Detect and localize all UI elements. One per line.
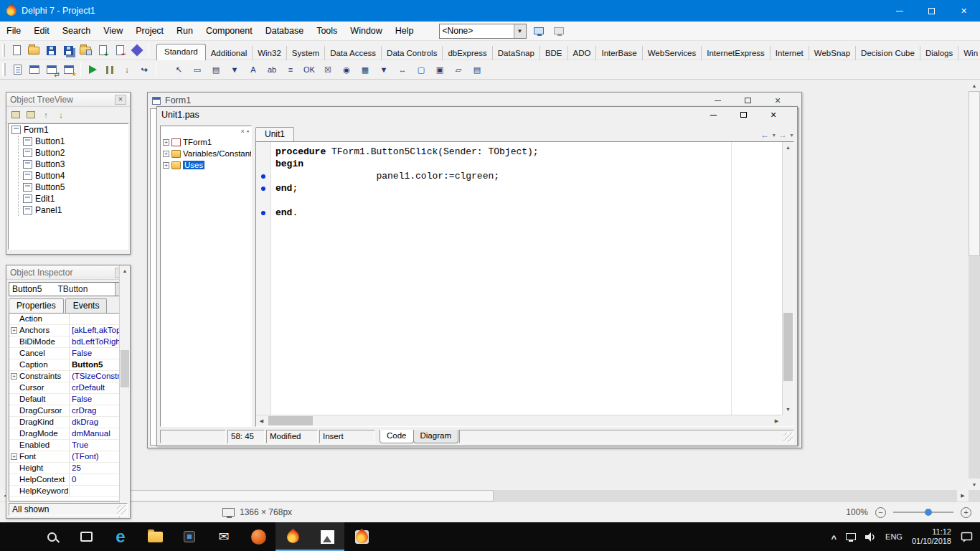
resize-grip[interactable] <box>117 505 126 514</box>
scroll-right-icon[interactable]: ▶ <box>957 490 969 501</box>
scrollbar-thumb[interactable] <box>969 91 980 256</box>
explorer-item-tform1[interactable]: +TForm1 <box>161 136 251 148</box>
inspector-tab-events[interactable]: Events <box>65 298 108 313</box>
clock[interactable]: 11:12 01/10/2018 <box>912 527 951 546</box>
property-row-cursor[interactable]: CursorcrDefault <box>9 382 127 394</box>
toolbar-grip[interactable] <box>2 63 6 76</box>
code-line-2[interactable]: begin <box>256 158 782 170</box>
toggle-form-unit-button[interactable] <box>43 62 60 78</box>
component-radio-group[interactable]: ▣ <box>430 61 449 78</box>
property-value[interactable]: dmManual <box>70 428 127 439</box>
chevron-down-icon[interactable]: ▼ <box>789 133 794 138</box>
taskbar-photos-button[interactable] <box>310 522 344 551</box>
property-row-dragkind[interactable]: DragKinddkDrag <box>9 417 127 428</box>
tree-item-button2[interactable]: Button2 <box>9 147 128 159</box>
property-value[interactable]: crDefault <box>70 382 127 393</box>
minimize-button[interactable] <box>698 108 728 122</box>
taskbar-mail-button[interactable]: ✉ <box>207 522 241 551</box>
scrollbar-thumb[interactable] <box>121 350 129 387</box>
menu-item-component[interactable]: Component <box>199 23 259 39</box>
workspace-horizontal-scrollbar[interactable]: ◀ ▶ <box>0 490 969 501</box>
zoom-out-button[interactable]: − <box>875 507 886 518</box>
inspector-tab-properties[interactable]: Properties <box>9 298 64 313</box>
code-line-4[interactable]: end; <box>256 182 782 194</box>
palette-tab-standard[interactable]: Standard <box>156 44 206 60</box>
move-down-button[interactable]: ↓ <box>55 109 67 121</box>
expand-icon[interactable]: + <box>11 453 17 460</box>
explorer-item-variables-constants[interactable]: +Variables/Constants <box>161 148 251 159</box>
object-selector-combo[interactable]: Button5 TButton ▼ <box>9 282 128 296</box>
zoom-slider-thumb[interactable] <box>925 509 932 516</box>
browse-forward-icon[interactable]: → <box>777 130 788 140</box>
property-row-helpcontext[interactable]: HelpContext0 <box>9 474 127 486</box>
taskbar-task-view-button[interactable] <box>69 522 103 551</box>
toolbar-grip[interactable] <box>2 44 5 57</box>
palette-tab-dbexpress[interactable]: dbExpress <box>443 46 492 60</box>
property-row-enabled[interactable]: EnabledTrue <box>9 440 127 451</box>
property-value[interactable] <box>70 314 127 324</box>
editor-titlebar[interactable]: Unit1.pas × <box>157 107 797 123</box>
component-label[interactable]: A <box>244 61 263 78</box>
pause-button[interactable] <box>101 62 118 78</box>
property-row-font[interactable]: Font+(TFont) <box>9 451 127 463</box>
property-value[interactable]: (TSizeConstra <box>70 371 127 382</box>
component-popup-menu[interactable]: ▼ <box>225 61 244 78</box>
taskbar-edge-button[interactable]: e <box>103 522 138 551</box>
palette-tab-data-controls[interactable]: Data Controls <box>382 46 443 60</box>
scroll-up-icon[interactable]: ▲ <box>120 265 130 276</box>
palette-tab-decision-cube[interactable]: Decision Cube <box>856 46 920 60</box>
taskbar-search-button[interactable] <box>34 522 69 551</box>
palette-tab-interbase[interactable]: InterBase <box>596 46 642 60</box>
menu-item-search[interactable]: Search <box>56 23 98 39</box>
taskbar-delphi-button[interactable] <box>275 522 310 551</box>
property-value[interactable] <box>70 486 127 496</box>
taskbar-file-explorer-button[interactable] <box>138 522 172 551</box>
language-indicator[interactable]: ENG <box>885 532 903 541</box>
property-value[interactable]: False <box>70 394 127 405</box>
resize-grip[interactable] <box>783 433 793 442</box>
tree-item-button5[interactable]: Button5 <box>9 182 128 193</box>
property-value[interactable]: True <box>70 440 127 451</box>
property-value[interactable]: 25 <box>70 463 127 474</box>
palette-tab-dialogs[interactable]: Dialogs <box>920 46 958 60</box>
palette-tab-system[interactable]: System <box>287 46 325 60</box>
chevron-down-icon[interactable]: ▼ <box>771 133 776 138</box>
menu-item-run[interactable]: Run <box>170 23 199 39</box>
editor-vertical-scrollbar[interactable]: ▲ ▼ <box>782 142 793 415</box>
open-project-button[interactable] <box>77 42 94 59</box>
set-debug-desktop-button[interactable] <box>551 24 567 39</box>
taskbar-start-button[interactable] <box>0 522 34 551</box>
close-button[interactable]: × <box>948 0 980 22</box>
property-value[interactable]: (TFont) <box>70 451 127 462</box>
code-editor-area[interactable]: procedure TForm1.Button5Click(Sender: TO… <box>255 141 794 427</box>
close-icon[interactable]: × <box>241 128 245 135</box>
tree-item-panel1[interactable]: Panel1 <box>9 204 128 216</box>
view-form-button[interactable] <box>26 62 43 78</box>
trace-into-button[interactable]: ↓ <box>118 62 136 78</box>
component-button[interactable]: OK <box>300 61 319 78</box>
run-button[interactable] <box>84 62 101 78</box>
property-value[interactable]: dkDrag <box>70 417 127 428</box>
menu-item-tools[interactable]: Tools <box>310 23 344 39</box>
tab-code[interactable]: Code <box>380 430 414 443</box>
property-row-caption[interactable]: CaptionButton5 <box>9 359 127 371</box>
property-row-bidimode[interactable]: BiDiModebdLeftToRight <box>9 336 127 348</box>
property-row-helpkeyword[interactable]: HelpKeyword <box>9 486 127 497</box>
explorer-item-uses[interactable]: +Uses <box>161 159 251 171</box>
tree-item-button4[interactable]: Button4 <box>9 170 128 182</box>
save-all-button[interactable] <box>60 42 77 59</box>
taskbar-store-button[interactable] <box>172 522 207 551</box>
palette-tab-internet[interactable]: Internet <box>771 46 809 60</box>
menu-item-window[interactable]: Window <box>344 23 388 39</box>
property-row-constraints[interactable]: Constraints+(TSizeConstra <box>9 371 127 382</box>
inspector-scrollbar[interactable]: ▲ ▼ <box>119 265 130 518</box>
expand-icon[interactable]: + <box>11 373 17 380</box>
chevron-down-icon[interactable]: ▼ <box>514 24 526 38</box>
expand-icon[interactable]: + <box>11 327 17 334</box>
code-line-3[interactable]: panel1.color:=clgreen; <box>256 170 782 182</box>
hidden-icons-chevron-icon[interactable]: ^ <box>831 533 837 544</box>
step-over-button[interactable]: ↪ <box>136 62 153 78</box>
tree-item-form1[interactable]: Form1 <box>9 124 128 136</box>
maximize-button[interactable] <box>915 0 948 22</box>
editor-horizontal-scrollbar[interactable]: ◀ ▶ <box>256 415 782 426</box>
